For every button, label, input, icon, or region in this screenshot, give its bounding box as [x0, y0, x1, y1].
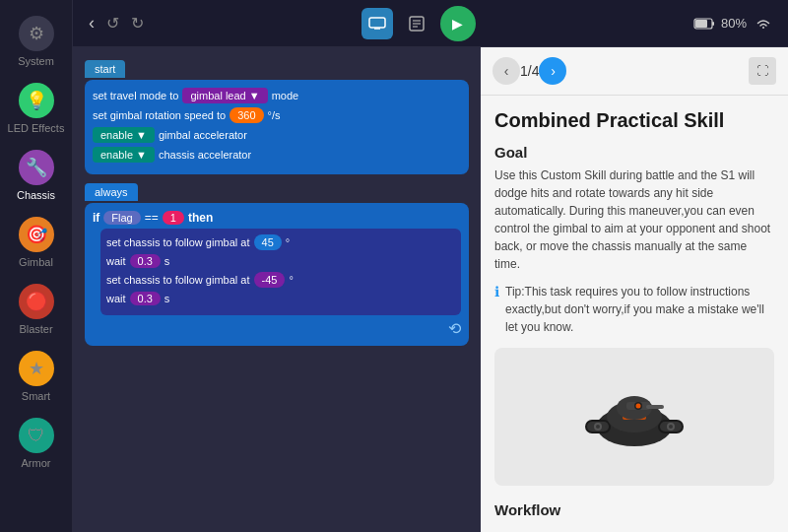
- svg-point-22: [596, 425, 600, 429]
- sidebar-item-blaster[interactable]: 🔴 Blaster: [0, 276, 72, 343]
- sidebar-item-chassis[interactable]: 🔧 Chassis: [0, 142, 72, 209]
- gimbal-lead-btn[interactable]: gimbal lead ▼: [182, 88, 267, 103]
- goal-text: Use this Custom Skill during battle and …: [494, 166, 774, 273]
- tip-box: ℹ Tip:This task requires you to follow i…: [494, 283, 774, 336]
- deg-per-s-label: °/s: [268, 109, 281, 121]
- back-button[interactable]: ‹: [89, 13, 95, 33]
- smart-icon: ★: [19, 351, 54, 386]
- rotation-speed-row: set gimbal rotation speed to 360 °/s: [93, 107, 461, 123]
- topbar: ‹ ↺ ↻ ▶ 80%: [73, 0, 788, 47]
- enable-chassis-btn[interactable]: enable ▼: [93, 147, 155, 163]
- battery-status: 80%: [693, 16, 747, 31]
- play-button[interactable]: ▶: [440, 6, 476, 41]
- if-row: if Flag == 1 then: [93, 211, 461, 225]
- armor-icon: 🛡: [19, 418, 54, 453]
- checklist-button[interactable]: [401, 8, 432, 39]
- block-editor: start set travel mode to gimbal lead ▼ m…: [73, 47, 481, 532]
- led-icon: 💡: [19, 83, 54, 118]
- wait-label-2: wait: [106, 293, 126, 304]
- right-panel: ‹ 1/4 › ⛶ Combined Practical Skill Goal …: [481, 47, 788, 532]
- svg-point-20: [636, 404, 641, 409]
- sidebar-item-label: Chassis: [17, 189, 55, 201]
- eq-sign: ==: [145, 211, 159, 225]
- main-content: ‹ ↺ ↻ ▶ 80% s: [73, 0, 788, 532]
- panel-nav: ‹ 1/4 › ⛶: [481, 47, 788, 96]
- then-keyword: then: [188, 211, 213, 225]
- always-block: if Flag == 1 then set chassis to follow …: [85, 203, 469, 346]
- gimbal-accel-label: gimbal accelerator: [159, 129, 247, 141]
- s-label-1: s: [164, 255, 170, 267]
- wait-label-1: wait: [106, 255, 126, 267]
- sidebar-item-label: Gimbal: [19, 256, 53, 268]
- deg-label-2: °: [289, 274, 293, 286]
- svg-rect-8: [712, 22, 714, 26]
- sidebar-item-led[interactable]: 💡 LED Effects: [0, 75, 72, 142]
- robot-illustration: [575, 363, 693, 471]
- travel-mode-label: set travel mode to: [93, 90, 178, 101]
- wifi-icon: [755, 17, 772, 31]
- redo-button[interactable]: ↻: [131, 14, 144, 33]
- repeat-icon: ⟲: [93, 319, 461, 338]
- next-page-button[interactable]: ›: [539, 57, 566, 85]
- rotation-label: set gimbal rotation speed to: [93, 109, 226, 121]
- then-block: set chassis to follow gimbal at 45 ° wai…: [100, 229, 461, 315]
- sidebar-item-label: Smart: [22, 390, 50, 402]
- wait-value-2[interactable]: 0.3: [130, 292, 161, 305]
- enable-gimbal-btn[interactable]: enable ▼: [93, 127, 155, 143]
- svg-point-24: [669, 425, 673, 429]
- chassis-icon: 🔧: [19, 150, 54, 185]
- follow-label-1: set chassis to follow gimbal at: [106, 236, 250, 248]
- flag-pill: Flag: [103, 211, 140, 225]
- wait-row-1: wait 0.3 s: [106, 254, 455, 268]
- chassis-accel-row: enable ▼ chassis accelerator: [93, 147, 461, 163]
- skill-title: Combined Practical Skill: [494, 109, 774, 132]
- editor-panel: start set travel mode to gimbal lead ▼ m…: [73, 47, 788, 532]
- wait-row-2: wait 0.3 s: [106, 292, 455, 305]
- sidebar-item-smart[interactable]: ★ Smart: [0, 343, 72, 410]
- wait-value-1[interactable]: 0.3: [130, 254, 161, 268]
- follow-value-2[interactable]: -45: [254, 272, 286, 288]
- gimbal-icon: 🎯: [19, 217, 54, 252]
- follow-row-2: set chassis to follow gimbal at -45 °: [106, 272, 455, 288]
- topbar-left: ‹ ↺ ↻: [89, 13, 144, 33]
- sidebar-item-label: Armor: [22, 457, 51, 469]
- tip-icon: ℹ: [494, 284, 499, 299]
- page-indicator: 1/4: [520, 63, 539, 79]
- always-label: always: [85, 183, 138, 201]
- sidebar-item-label: LED Effects: [8, 122, 65, 134]
- one-pill: 1: [163, 211, 184, 225]
- rotation-value[interactable]: 360: [230, 107, 263, 123]
- sidebar-item-gimbal[interactable]: 🎯 Gimbal: [0, 209, 72, 276]
- gimbal-accel-row: enable ▼ gimbal accelerator: [93, 127, 461, 143]
- fullscreen-button[interactable]: ⛶: [749, 57, 776, 85]
- tip-text: Tip:This task requires you to follow ins…: [505, 283, 774, 336]
- sidebar-item-system[interactable]: ⚙ System: [0, 8, 72, 75]
- sidebar: ⚙ System 💡 LED Effects 🔧 Chassis 🎯 Gimba…: [0, 0, 73, 532]
- monitor-button[interactable]: [361, 8, 393, 39]
- goal-label: Goal: [494, 144, 774, 161]
- blaster-icon: 🔴: [19, 284, 54, 319]
- sidebar-item-label: System: [18, 55, 54, 67]
- if-keyword: if: [93, 211, 99, 225]
- robot-image-container: [494, 348, 774, 486]
- topbar-right: 80%: [693, 16, 772, 31]
- deg-label-1: °: [286, 236, 290, 248]
- sidebar-item-armor[interactable]: 🛡 Armor: [0, 410, 72, 477]
- chassis-accel-label: chassis accelerator: [159, 149, 251, 161]
- system-icon: ⚙: [19, 16, 54, 51]
- svg-rect-7: [695, 20, 707, 28]
- panel-content: Combined Practical Skill Goal Use this C…: [481, 96, 788, 532]
- sidebar-item-label: Blaster: [19, 323, 52, 335]
- s-label-2: s: [164, 293, 170, 304]
- undo-button[interactable]: ↺: [106, 14, 119, 33]
- prev-page-button[interactable]: ‹: [492, 57, 520, 85]
- start-block-group: set travel mode to gimbal lead ▼ mode se…: [85, 80, 469, 174]
- follow-value-1[interactable]: 45: [254, 234, 282, 250]
- travel-mode-row: set travel mode to gimbal lead ▼ mode: [93, 88, 461, 103]
- follow-row-1: set chassis to follow gimbal at 45 °: [106, 234, 455, 250]
- follow-label-2: set chassis to follow gimbal at: [106, 274, 250, 286]
- mode-label: mode: [272, 90, 299, 101]
- topbar-center: ▶: [361, 6, 476, 41]
- workflow-label: Workflow: [494, 498, 774, 518]
- battery-percent: 80%: [721, 16, 747, 31]
